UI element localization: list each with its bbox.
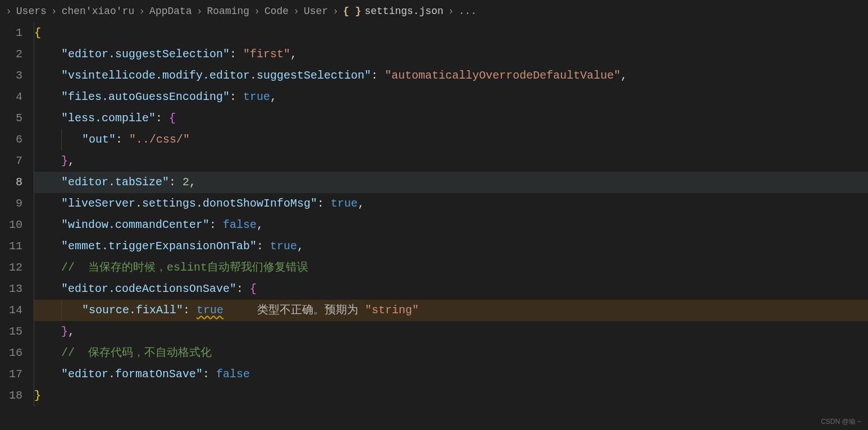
- json-bool-warning: true: [197, 304, 223, 317]
- json-bool: false: [223, 218, 257, 231]
- code-line[interactable]: "vsintellicode.modify.editor.suggestSele…: [34, 65, 868, 86]
- breadcrumb-item[interactable]: chen'xiao'ru: [62, 6, 135, 17]
- json-file-icon: { }: [343, 6, 363, 17]
- code-line[interactable]: {: [34, 22, 868, 44]
- code-line[interactable]: }: [34, 385, 868, 406]
- chevron-right-icon: ›: [329, 6, 342, 17]
- json-key: "editor.suggestSelection": [61, 48, 230, 61]
- line-number: 4: [0, 86, 22, 108]
- code-line[interactable]: "out": "../css/": [34, 129, 868, 150]
- open-brace: {: [250, 282, 257, 295]
- json-key: "editor.codeActionsOnSave": [61, 282, 236, 295]
- code-line[interactable]: "editor.suggestSelection": "first",: [34, 44, 868, 65]
- line-number-gutter: 1 2 3 4 5 6 7 8 9 10 11 12 13 14 15 16 1…: [0, 22, 34, 430]
- breadcrumb-item[interactable]: Roaming: [207, 6, 250, 17]
- chevron-right-icon: ›: [290, 6, 303, 17]
- chevron-right-icon: ›: [2, 6, 15, 17]
- line-number: 12: [0, 257, 22, 278]
- line-number: 7: [0, 150, 22, 172]
- open-brace: {: [34, 26, 41, 39]
- line-number: 6: [0, 129, 22, 150]
- line-number: 15: [0, 321, 22, 342]
- breadcrumb-symbol[interactable]: ...: [459, 6, 477, 17]
- chevron-right-icon: ›: [250, 6, 263, 17]
- comment: // 当保存的时候，eslint自动帮我们修复错误: [61, 261, 308, 274]
- code-line[interactable]: // 当保存的时候，eslint自动帮我们修复错误: [34, 257, 868, 278]
- json-key: "vsintellicode.modify.editor.suggestSele…: [61, 69, 371, 82]
- breadcrumb-item[interactable]: Users: [16, 6, 47, 17]
- code-line[interactable]: "emmet.triggerExpansionOnTab": true,: [34, 236, 868, 257]
- line-number: 16: [0, 342, 22, 364]
- breadcrumb-item[interactable]: Code: [264, 6, 289, 17]
- code-area[interactable]: { "editor.suggestSelection": "first", "v…: [34, 22, 868, 430]
- code-line[interactable]: "editor.codeActionsOnSave": {: [34, 278, 868, 300]
- chevron-right-icon: ›: [135, 6, 148, 17]
- code-line-warning[interactable]: "source.fixAll": true 类型不正确。预期为 "string": [34, 300, 868, 321]
- breadcrumb-item[interactable]: User: [304, 6, 328, 17]
- code-editor[interactable]: 1 2 3 4 5 6 7 8 9 10 11 12 13 14 15 16 1…: [0, 22, 868, 430]
- line-number: 2: [0, 44, 22, 65]
- line-number: 17: [0, 364, 22, 385]
- chevron-right-icon: ›: [445, 6, 458, 17]
- close-brace: }: [34, 389, 41, 402]
- line-number: 14: [0, 300, 22, 321]
- comment: // 保存代码，不自动格式化: [61, 346, 212, 359]
- code-line[interactable]: },: [34, 150, 868, 172]
- code-line[interactable]: // 保存代码，不自动格式化: [34, 342, 868, 364]
- breadcrumb-item[interactable]: AppData: [149, 6, 192, 17]
- line-number: 1: [0, 22, 22, 44]
- breadcrumb: › Users › chen'xiao'ru › AppData › Roami…: [0, 0, 868, 22]
- json-key: "window.commandCenter": [61, 218, 209, 231]
- line-number: 9: [0, 193, 22, 214]
- line-number: 10: [0, 214, 22, 236]
- code-line-active[interactable]: "editor.tabSize": 2,: [34, 172, 868, 193]
- json-bool: true: [331, 197, 358, 210]
- json-bool: false: [216, 368, 250, 381]
- json-string: "automaticallyOverrodeDefaultValue": [385, 69, 620, 82]
- line-number: 5: [0, 108, 22, 129]
- open-brace: {: [169, 112, 176, 125]
- json-key: "files.autoGuessEncoding": [61, 90, 230, 103]
- json-string: "first": [243, 48, 290, 61]
- inlay-hint: 类型不正确。预期为 "string": [223, 304, 419, 317]
- json-key: "out": [82, 133, 116, 146]
- code-line[interactable]: "liveServer.settings.donotShowInfoMsg": …: [34, 193, 868, 214]
- json-number: 2: [182, 176, 189, 189]
- json-key: "emmet.triggerExpansionOnTab": [61, 240, 257, 253]
- line-number: 18: [0, 385, 22, 406]
- line-number: 3: [0, 65, 22, 86]
- line-number: 13: [0, 278, 22, 300]
- line-number: 11: [0, 236, 22, 257]
- breadcrumb-file[interactable]: settings.json: [364, 6, 443, 17]
- code-line[interactable]: "window.commandCenter": false,: [34, 214, 868, 236]
- code-line[interactable]: "files.autoGuessEncoding": true,: [34, 86, 868, 108]
- json-string: "../css/": [129, 133, 190, 146]
- code-line[interactable]: },: [34, 321, 868, 342]
- json-key: "editor.tabSize": [61, 176, 169, 189]
- chevron-right-icon: ›: [193, 6, 206, 17]
- watermark: CSDN @瑜 ~: [821, 417, 861, 427]
- close-brace: }: [61, 325, 68, 338]
- chevron-right-icon: ›: [48, 6, 61, 17]
- code-line[interactable]: "editor.formatOnSave": false: [34, 364, 868, 385]
- close-brace: }: [61, 154, 68, 167]
- line-number: 8: [0, 172, 22, 193]
- json-key: "less.compile": [61, 112, 156, 125]
- json-key: "liveServer.settings.donotShowInfoMsg": [61, 197, 317, 210]
- json-key: "editor.formatOnSave": [61, 368, 203, 381]
- json-key: "source.fixAll": [82, 304, 183, 317]
- code-line[interactable]: "less.compile": {: [34, 108, 868, 129]
- json-bool: true: [270, 240, 297, 253]
- json-bool: true: [243, 90, 270, 103]
